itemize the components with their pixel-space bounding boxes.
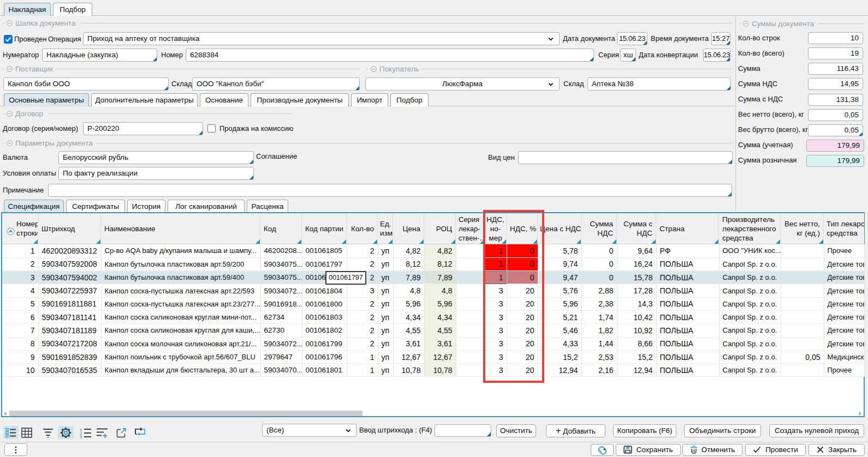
svg-text:3: 3 bbox=[80, 435, 82, 438]
